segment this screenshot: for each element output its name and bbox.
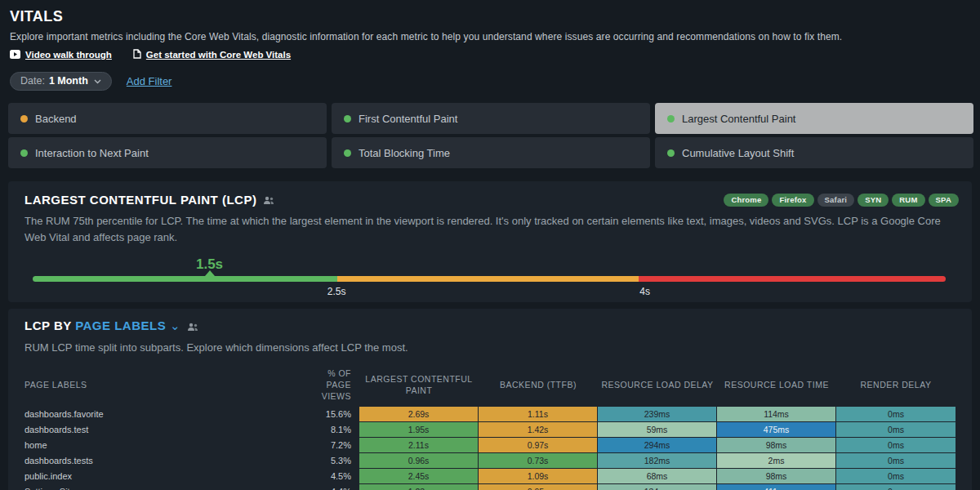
video-walkthrough-label: Video walk through bbox=[25, 50, 112, 60]
status-dot-icon bbox=[20, 149, 28, 157]
badge-firefox: Firefox bbox=[772, 194, 813, 207]
metric-cell[interactable]: 182ms bbox=[598, 453, 717, 468]
column-header-label: BACKEND (TTFB) bbox=[479, 379, 598, 390]
table-row[interactable]: home7.2%2.11s0.97s294ms98ms0ms bbox=[24, 438, 956, 452]
status-dot-icon bbox=[667, 115, 675, 122]
filter-bar: Date: 1 Month Add Filter bbox=[10, 72, 172, 91]
tab-cumulative-layout-shift[interactable]: Cumulative Layout Shift bbox=[655, 137, 973, 168]
lcp-panel: LARGEST CONTENTFUL PAINT (LCP) ChromeFir… bbox=[8, 181, 972, 302]
table-row[interactable]: Settings Site4.4%1.23s0.95s134ms411ms0ms bbox=[24, 484, 956, 490]
get-started-link[interactable]: Get started with Core Web Vitals bbox=[133, 49, 291, 60]
table-row[interactable]: public.index4.5%2.45s1.09s68ms98ms0ms bbox=[24, 469, 956, 483]
chevron-down-icon bbox=[92, 75, 101, 87]
lcp-panel-description: The RUM 75th percentile for LCP. The tim… bbox=[24, 213, 956, 245]
status-dot-icon bbox=[667, 149, 675, 157]
add-filter-link[interactable]: Add Filter bbox=[127, 75, 172, 87]
metric-cell[interactable]: 2.69s bbox=[359, 407, 479, 421]
table-row[interactable]: dashboards.favorite15.6%2.69s1.11s239ms1… bbox=[24, 407, 956, 421]
row-label: dashboards.test bbox=[24, 425, 282, 434]
row-views-pct: 4.4% bbox=[282, 487, 359, 490]
video-walkthrough-link[interactable]: Video walk through bbox=[10, 50, 112, 60]
tab-label: Interaction to Next Paint bbox=[35, 147, 149, 159]
metric-cell[interactable]: 294ms bbox=[598, 438, 717, 452]
table-row[interactable]: dashboards.test8.1%1.95s1.42s59ms475ms0m… bbox=[24, 422, 956, 437]
metric-cell[interactable]: 2ms bbox=[717, 453, 836, 468]
table-row[interactable]: dashboards.tests5.3%0.96s0.73s182ms2ms0m… bbox=[24, 453, 956, 468]
metric-cell[interactable]: 98ms bbox=[717, 469, 836, 483]
badge-rum: RUM bbox=[892, 194, 924, 207]
column-header-label: LARGEST CONTENTFUL PAINT bbox=[359, 373, 479, 396]
column-header: % OF PAGE VIEWS bbox=[282, 368, 359, 403]
metric-cell[interactable]: 0.73s bbox=[479, 453, 598, 468]
page-description: Explore important metrics including the … bbox=[10, 31, 970, 42]
badge-chrome: Chrome bbox=[724, 194, 768, 207]
metric-cell[interactable]: 2.45s bbox=[359, 469, 479, 483]
tab-label: First Contentful Paint bbox=[359, 113, 457, 125]
lcp-gauge: 1.5s 2.5s4s bbox=[24, 253, 959, 302]
lcp-panel-title: LARGEST CONTENTFUL PAINT (LCP) bbox=[24, 193, 256, 207]
metric-cell[interactable]: 68ms bbox=[598, 469, 717, 483]
tab-label: Total Blocking Time bbox=[359, 147, 450, 159]
chevron-down-icon: ⌄ bbox=[170, 318, 180, 332]
metric-cell[interactable]: 0ms bbox=[836, 422, 956, 437]
date-range-dropdown[interactable]: Date: 1 Month bbox=[10, 72, 112, 91]
tab-first-contentful-paint[interactable]: First Contentful Paint bbox=[332, 103, 650, 134]
metric-cell[interactable]: 1.42s bbox=[479, 422, 598, 437]
tab-interaction-to-next-paint[interactable]: Interaction to Next Paint bbox=[8, 137, 327, 168]
metric-cell[interactable]: 0ms bbox=[836, 484, 956, 490]
tab-label: Backend bbox=[35, 113, 77, 125]
metric-cell[interactable]: 0ms bbox=[836, 469, 956, 483]
status-dot-icon bbox=[344, 149, 351, 157]
gauge-marker-pointer-icon bbox=[205, 270, 215, 276]
tab-label: Cumulative Layout Shift bbox=[682, 147, 794, 159]
metric-cell[interactable]: 1.11s bbox=[479, 407, 598, 421]
gauge-bar bbox=[33, 276, 946, 282]
column-header-label: % OF PAGE VIEWS bbox=[314, 368, 351, 403]
status-dot-icon bbox=[20, 115, 28, 122]
metric-cell[interactable]: 0.96s bbox=[359, 453, 479, 468]
metric-cell[interactable]: 475ms bbox=[717, 422, 836, 437]
tab-largest-contentful-paint[interactable]: Largest Contentful Paint bbox=[655, 103, 973, 134]
metric-cell[interactable]: 1.09s bbox=[479, 469, 598, 483]
metric-cell[interactable]: 0ms bbox=[836, 453, 956, 468]
metric-cell[interactable]: 1.23s bbox=[359, 484, 479, 490]
breakdown-table: PAGE LABELS% OF PAGE VIEWSLARGEST CONTEN… bbox=[24, 368, 956, 490]
breakdown-title-prefix: LCP BY bbox=[24, 318, 71, 332]
row-views-pct: 5.3% bbox=[282, 456, 359, 466]
column-header: PAGE LABELS bbox=[24, 379, 282, 390]
column-header: RESOURCE LOAD DELAY bbox=[598, 379, 717, 390]
page-header: VITALS Explore important metrics includi… bbox=[10, 8, 970, 60]
metric-cell[interactable]: 239ms bbox=[598, 407, 717, 421]
gauge-segment bbox=[33, 276, 337, 282]
column-header-label: RESOURCE LOAD DELAY bbox=[598, 379, 717, 390]
status-dot-icon bbox=[344, 115, 351, 122]
row-views-pct: 15.6% bbox=[282, 409, 359, 419]
metric-cell[interactable]: 2.11s bbox=[359, 438, 479, 452]
tab-total-blocking-time[interactable]: Total Blocking Time bbox=[332, 137, 650, 168]
metric-cell[interactable]: 0ms bbox=[836, 407, 956, 421]
row-label: Settings Site bbox=[24, 487, 282, 490]
metric-tabs: BackendFirst Contentful PaintLargest Con… bbox=[8, 103, 973, 168]
metric-cell[interactable]: 0.95s bbox=[479, 484, 598, 490]
metric-cell[interactable]: 59ms bbox=[598, 422, 717, 437]
metric-cell[interactable]: 134ms bbox=[598, 484, 717, 490]
column-header-label: PAGE LABELS bbox=[24, 379, 282, 390]
metric-cell[interactable]: 0.97s bbox=[479, 438, 598, 452]
breakdown-subtitle: RUM LCP time split into subparts. Explor… bbox=[24, 340, 956, 356]
row-label: dashboards.tests bbox=[24, 456, 282, 466]
column-header-label: RENDER DELAY bbox=[836, 379, 956, 390]
page-title: VITALS bbox=[10, 8, 970, 25]
metric-cell[interactable]: 114ms bbox=[717, 407, 836, 421]
metric-cell[interactable]: 1.95s bbox=[359, 422, 479, 437]
header-links: Video walk through Get started with Core… bbox=[10, 49, 970, 60]
tab-backend[interactable]: Backend bbox=[8, 103, 327, 134]
metric-cell[interactable]: 0ms bbox=[836, 438, 956, 452]
table-header-row: PAGE LABELS% OF PAGE VIEWSLARGEST CONTEN… bbox=[24, 368, 956, 403]
dimension-dropdown[interactable]: PAGE LABELS bbox=[75, 318, 166, 332]
column-header: BACKEND (TTFB) bbox=[479, 379, 598, 390]
metric-cell[interactable]: 411ms bbox=[717, 484, 836, 490]
metric-cell[interactable]: 98ms bbox=[717, 438, 836, 452]
row-views-pct: 4.5% bbox=[282, 471, 359, 481]
row-views-pct: 7.2% bbox=[282, 440, 359, 450]
column-header: RENDER DELAY bbox=[836, 379, 956, 390]
